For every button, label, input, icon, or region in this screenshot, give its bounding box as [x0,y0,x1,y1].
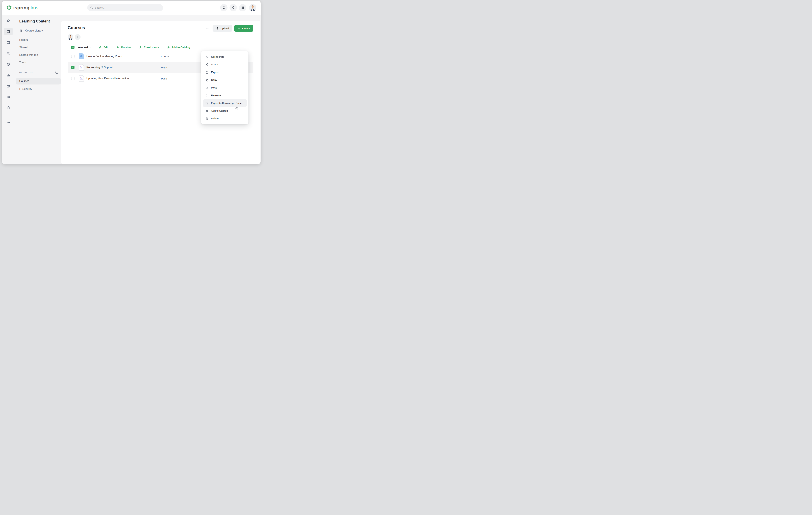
context-menu: Collaborate Share Export Copy Move Renam… [201,51,249,124]
sidebar-item[interactable]: Trash [19,61,59,64]
brand-logo[interactable]: ispringlms [6,5,87,10]
home-icon[interactable] [4,17,13,24]
brand-wordmark: ispringlms [13,5,38,10]
top-bar: ispringlms [2,1,261,15]
row-type: Course [161,55,169,58]
row-checkbox[interactable] [71,77,75,80]
upload-button[interactable]: Upload [212,25,232,32]
row-title: Requesting IT Support [86,66,113,69]
projects-header: PROJECTS [19,70,59,74]
row-title: How to Book a Meeting Room [86,55,122,58]
row-checkbox[interactable] [71,55,75,58]
selection-toolbar: Selected: 1 Edit Preview Enroll users Ad… [68,44,253,51]
toolbar-left: Selected: 1 [71,46,91,49]
row-type: Page [161,77,167,80]
context-menu-item[interactable]: Rename [203,92,247,99]
plus-icon [237,27,240,30]
indeterminate-icon [71,46,74,49]
select-all-checkbox[interactable] [71,46,75,49]
rail-more-button[interactable] [4,119,13,126]
selected-count: Selected: 1 [78,46,91,49]
app-window: ispringlms Learning Content [2,1,261,164]
apps-icon[interactable] [239,4,246,11]
svg-text:A: A [80,77,82,79]
sidebar-item-course-library[interactable]: Course Library [19,29,59,32]
search-input[interactable] [95,6,161,9]
owner-avatar[interactable] [68,34,73,40]
icon-rail [2,15,15,164]
header-actions: Upload Create [205,25,253,32]
row-type: Page [161,66,167,69]
context-menu-item[interactable]: Share [203,61,247,68]
context-menu-item[interactable]: Export [203,68,247,76]
context-menu-item[interactable]: Export to Knowledge Base [203,99,247,107]
project-item[interactable]: IT Security [16,86,61,92]
owner-row [68,34,253,40]
user-avatar[interactable] [249,4,256,11]
users-icon[interactable] [4,50,13,57]
search-icon [90,6,93,9]
toolbar-action[interactable]: Edit [98,46,108,49]
content-area: Learning Content Course Library RecentSt… [2,15,261,164]
messages-icon[interactable] [220,4,228,11]
context-menu-item[interactable]: Delete [203,115,247,122]
page-title: Courses [68,25,85,30]
topbar-actions [220,4,256,11]
clipboard-check-icon[interactable] [4,104,13,112]
chart-icon[interactable] [4,71,13,79]
ispring-flower-icon [6,5,12,10]
toolbar-action[interactable]: Add to Catalog [167,46,190,49]
sidebar-item[interactable]: Starred [19,46,59,49]
browser-info-icon[interactable] [4,82,13,90]
panel-header: Courses Upload Create [68,25,253,32]
check-icon [71,66,74,68]
sidebar-title: Learning Content [19,19,59,24]
page-more-button[interactable] [205,26,211,31]
toolbar-action[interactable]: Enroll users [139,46,159,49]
content-type-icon [79,53,84,60]
create-button[interactable]: Create [234,25,253,32]
library-icon [19,29,23,32]
book-icon[interactable] [4,28,13,35]
content-type-icon: A [79,75,84,82]
notifications-icon[interactable] [230,4,237,11]
search-bar[interactable] [87,4,163,11]
owner-more-button[interactable] [83,34,89,40]
project-item[interactable]: Courses [16,78,61,85]
context-menu-item[interactable]: Collaborate [203,53,247,61]
sidebar-item[interactable]: Recent [19,38,59,41]
add-owner-button[interactable] [75,34,81,40]
row-checkbox[interactable] [71,66,75,69]
sidebar-nav: RecentStarredShared with meTrash [19,38,59,64]
row-title: Updating Your Personal Information [86,77,129,80]
upload-icon [216,27,219,30]
toolbar-action[interactable]: Preview [116,46,131,49]
calendar-icon[interactable] [4,39,13,46]
projects-label: PROJECTS [19,71,33,73]
help-bubble-icon[interactable] [4,93,13,100]
sidebar: Learning Content Course Library RecentSt… [15,15,63,164]
add-project-button[interactable] [55,70,59,74]
target-icon[interactable] [4,61,13,68]
toolbar-more-button[interactable] [198,45,202,50]
content-type-icon: A [79,64,84,71]
context-menu-item[interactable]: Add to Starred [203,107,247,115]
sidebar-item[interactable]: Shared with me [19,54,59,57]
context-menu-item[interactable]: Move [203,84,247,92]
context-menu-item[interactable]: Copy [203,76,247,84]
svg-text:A: A [80,65,82,68]
